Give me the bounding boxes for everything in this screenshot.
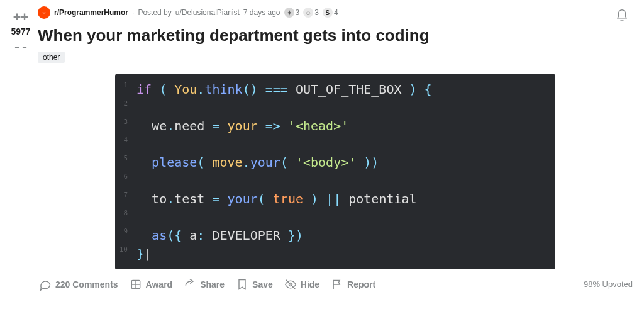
vote-column: ++ 5977 -- [4,5,38,291]
posted-by-label: Posted by [138,8,171,17]
award-label: Award [146,279,173,289]
reddit-post: ++ 5977 -- r/ProgrammerHumor · Posted by… [0,0,644,336]
comments-button[interactable]: 220 Comments [39,278,118,291]
vote-score: 5977 [11,26,30,36]
bookmark-icon [236,278,248,291]
hide-icon [284,278,297,291]
hide-button[interactable]: Hide [284,278,319,291]
downvote-button[interactable]: -- [13,40,28,53]
save-button[interactable]: Save [236,278,273,291]
report-label: Report [347,279,375,289]
bell-icon[interactable] [615,9,629,23]
post-header: r/ProgrammerHumor · Posted by u/Delusion… [38,6,633,19]
post-image[interactable]: 1if ( You.think() === OUT_OF_THE_BOX ) {… [115,74,555,269]
comments-label: 220 Comments [55,279,118,289]
report-button[interactable]: Report [331,278,375,291]
award-s-count: 4 [334,8,338,17]
share-icon [184,278,196,291]
share-button[interactable]: Share [184,278,225,291]
award-wholesome-count: 3 [314,8,319,17]
svg-point-1 [43,12,43,13]
post-main: r/ProgrammerHumor · Posted by u/Delusion… [38,5,633,291]
svg-point-2 [45,12,45,13]
code-content: 1if ( You.think() === OUT_OF_THE_BOX ) {… [115,81,555,263]
upvote-percentage: 98% Upvoted [584,279,633,289]
wholesome-award-icon: ☺ [303,8,313,18]
save-label: Save [252,279,273,289]
post-flair[interactable]: other [38,52,65,63]
post-age: 7 days ago [243,8,280,17]
silver-award-icon: ✦ [284,8,294,18]
author-link[interactable]: u/DelusionalPianist [175,8,240,17]
post-title: When your marketing department gets into… [38,25,633,46]
hide-label: Hide [301,279,319,289]
award-button[interactable]: Award [130,278,173,291]
award-silver-count: 3 [296,8,300,17]
flag-icon [331,278,343,291]
post-toolbar: 220 Comments Award Share [38,278,633,291]
share-label: Share [200,279,225,289]
award-silver[interactable]: ✦ 3 [284,8,300,18]
award-wholesome[interactable]: ☺ 3 [303,8,319,18]
separator-dot: · [132,8,134,17]
s-award-icon: S [323,8,333,18]
comment-icon [39,278,52,291]
upvote-button[interactable]: ++ [13,10,28,23]
svg-point-0 [41,9,47,16]
gift-icon [130,278,142,291]
award-s[interactable]: S 4 [323,8,338,18]
subreddit-icon[interactable] [38,6,50,19]
subreddit-link[interactable]: r/ProgrammerHumor [54,8,128,17]
